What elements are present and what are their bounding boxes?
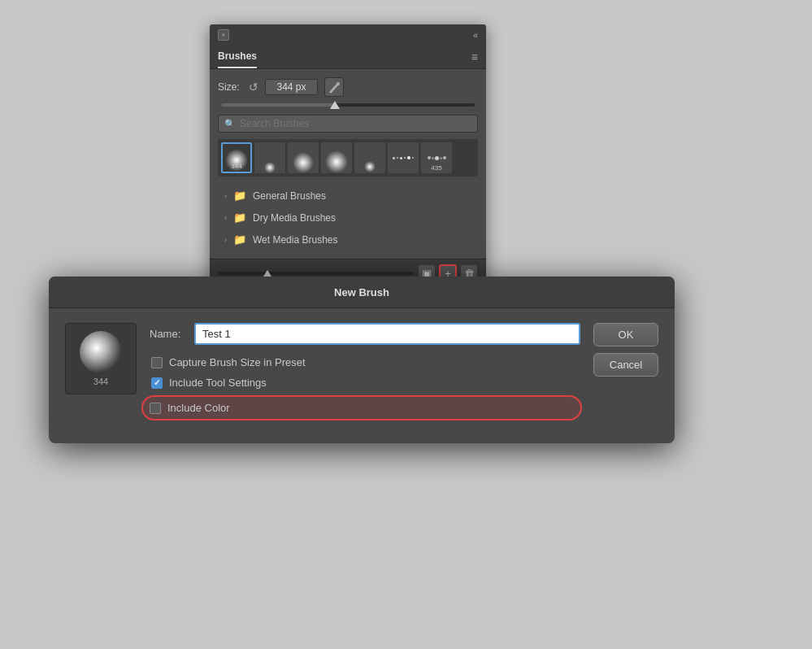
capture-brush-size-label: Capture Brush Size in Preset	[169, 356, 306, 368]
brush-thumb-label: 344	[223, 163, 250, 170]
name-label: Name:	[150, 328, 186, 340]
brushes-tab[interactable]: Brushes	[218, 46, 257, 68]
brushes-panel: × « Brushes ≡ Size: ↺	[210, 24, 486, 287]
include-tool-settings-label: Include Tool Settings	[169, 377, 267, 389]
size-brush-icon-button[interactable]	[324, 77, 344, 97]
new-brush-dialog: New Brush 344 Name: Capture Brush Size i…	[49, 277, 675, 443]
dialog-buttons: OK Cancel	[593, 323, 658, 427]
list-item[interactable]: › 📁 Wet Media Brushes	[218, 229, 478, 250]
panel-body: Size: ↺ 🔍 344	[210, 69, 486, 259]
capture-brush-size-row: Capture Brush Size in Preset	[150, 356, 580, 368]
search-input[interactable]	[240, 118, 471, 129]
capture-brush-size-checkbox[interactable]	[151, 357, 163, 368]
dialog-titlebar: New Brush	[49, 277, 675, 308]
panel-menu-icon[interactable]: ≡	[471, 50, 478, 63]
brush-group-label: General Brushes	[253, 190, 326, 202]
brush-thumb[interactable]: 435	[421, 142, 452, 173]
include-color-row: Include Color	[143, 397, 580, 419]
include-tool-settings-checkbox[interactable]: ✓	[151, 377, 163, 389]
include-color-checkbox[interactable]	[150, 403, 161, 414]
brush-thumb[interactable]	[354, 142, 385, 173]
brush-name-input[interactable]	[194, 323, 580, 345]
brush-thumb-label: 435	[421, 164, 452, 172]
search-icon: 🔍	[224, 119, 236, 129]
panel-titlebar: × «	[210, 24, 486, 46]
brush-thumb[interactable]	[288, 142, 319, 173]
checkmark-icon: ✓	[154, 378, 160, 387]
list-item[interactable]: › 📁 Dry Media Brushes	[218, 207, 478, 229]
dialog-form: Name: Capture Brush Size in Preset ✓ Inc…	[150, 323, 580, 427]
dialog-body: 344 Name: Capture Brush Size in Preset ✓…	[49, 308, 675, 443]
brush-preview-size: 344	[93, 377, 108, 386]
chevron-icon: ›	[224, 192, 227, 200]
size-input[interactable]	[265, 79, 318, 95]
size-slider[interactable]	[218, 103, 478, 107]
brush-thumb[interactable]	[321, 142, 352, 173]
chevron-icon: ›	[224, 214, 227, 222]
include-tool-settings-row: ✓ Include Tool Settings	[150, 377, 580, 389]
panel-close-button[interactable]: ×	[218, 29, 229, 41]
cancel-button[interactable]: Cancel	[593, 353, 658, 377]
brush-thumb[interactable]	[388, 142, 419, 173]
size-row: Size: ↺	[218, 77, 478, 97]
search-row: 🔍	[218, 115, 478, 133]
chevron-icon: ›	[224, 236, 227, 244]
panel-tabs: Brushes ≡	[210, 46, 486, 69]
folder-icon: 📁	[233, 211, 246, 224]
size-reset-button[interactable]: ↺	[249, 81, 258, 94]
dialog-title: New Brush	[334, 286, 389, 298]
brush-thumb[interactable]	[254, 142, 285, 173]
brush-group-label: Wet Media Brushes	[253, 234, 338, 246]
ok-button[interactable]: OK	[593, 323, 658, 346]
brush-icon	[328, 81, 341, 94]
folder-icon: 📁	[233, 189, 246, 202]
brush-group-label: Dry Media Brushes	[253, 212, 336, 224]
bottom-size-slider[interactable]	[218, 272, 415, 275]
slider-thumb	[330, 101, 340, 109]
list-item[interactable]: › 📁 General Brushes	[218, 185, 478, 207]
folder-icon: 📁	[233, 233, 246, 246]
brush-thumbnails-row: 344	[218, 139, 478, 176]
brush-thumb[interactable]: 344	[221, 142, 252, 173]
slider-track	[221, 103, 475, 107]
brush-preview-box: 344	[65, 323, 137, 394]
svg-point-0	[337, 82, 340, 85]
brush-preview-circle	[80, 331, 122, 373]
size-label: Size:	[218, 81, 242, 93]
slider-fill	[221, 103, 335, 107]
include-color-label: Include Color	[167, 402, 230, 414]
bottom-slider-thumb	[263, 270, 271, 277]
name-row: Name:	[150, 323, 580, 345]
panel-collapse-icon[interactable]: «	[473, 30, 478, 40]
